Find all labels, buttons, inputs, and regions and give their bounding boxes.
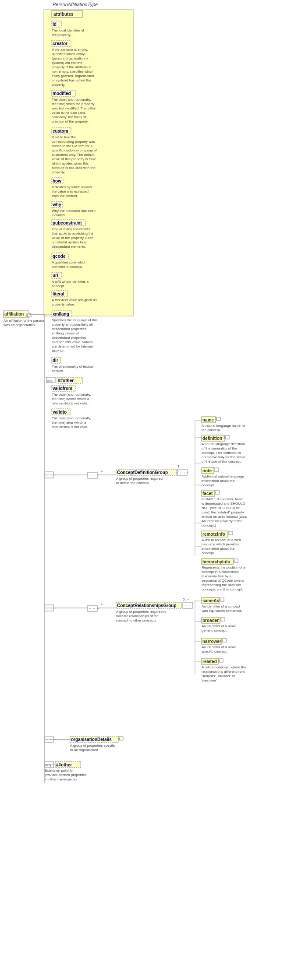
svg-text:added to the G2 item for a: added to the G2 item for a	[52, 144, 92, 148]
svg-text:related: related	[202, 659, 217, 664]
svg-text:is deprecated and SHOULD: is deprecated and SHOULD	[202, 502, 245, 506]
svg-text:PersonAffiliationType: PersonAffiliationType	[53, 2, 98, 7]
svg-text:→→→: →→→	[88, 606, 100, 611]
svg-text:Represents the position of a: Represents the position of a	[202, 566, 245, 569]
svg-text:of the semantics of the: of the semantics of the	[202, 446, 237, 450]
svg-text:A neural language definition: A neural language definition	[202, 442, 245, 446]
svg-text:value is the date (and,: value is the date (and,	[52, 111, 86, 115]
svg-text:A qualified code which: A qualified code which	[52, 260, 86, 264]
svg-text:If set to true the: If set to true the	[52, 135, 76, 139]
svg-text:ConceptRelationshipsGroup: ConceptRelationshipsGroup	[117, 603, 177, 608]
svg-text:pubconstraint: pubconstraint	[53, 221, 82, 225]
svg-text:A related concept, where the: A related concept, where the	[202, 665, 246, 669]
svg-text:of the use of this concept.: of the use of this concept.	[202, 460, 241, 464]
svg-text:dir: dir	[53, 358, 58, 363]
svg-text:the value was extracted: the value was extracted	[52, 190, 89, 193]
svg-text:An identifier of a concept: An identifier of a concept	[202, 604, 241, 608]
svg-text:If the attribute is empty,: If the attribute is empty,	[52, 48, 88, 52]
svg-text:the time) after which a: the time) after which a	[52, 421, 86, 425]
svg-text:generic concept.: generic concept.	[202, 629, 227, 632]
svg-text:broader: broader	[202, 618, 219, 623]
svg-text:A group of properties required: A group of properties required	[116, 477, 163, 481]
svg-text:specific customer or group of: specific customer or group of	[52, 148, 97, 152]
svg-text:organisationDetails: organisationDetails	[71, 737, 112, 742]
svg-text:name: name	[202, 418, 214, 422]
svg-text:identifies a concept.: identifies a concept.	[52, 265, 83, 269]
svg-text:optionally, the time) of: optionally, the time) of	[52, 115, 86, 119]
svg-text:affiliation: affiliation	[4, 312, 24, 316]
svg-text:literal: literal	[53, 292, 64, 296]
svg-text:concept to other concepts: concept to other concepts	[116, 618, 156, 622]
svg-text:validfrom: validfrom	[53, 386, 72, 391]
svg-text:property.: property.	[52, 83, 65, 87]
svg-text:1: 1	[177, 464, 180, 468]
svg-text:the time) when the property: the time) when the property	[52, 102, 94, 106]
svg-text:attributes: attributes	[53, 12, 74, 17]
svg-text:Indicates by which means: Indicates by which means	[52, 185, 92, 189]
svg-text:in other namespaces: in other namespaces	[45, 777, 77, 781]
svg-text:resource which provides: resource which provides	[202, 542, 239, 546]
svg-text:content.: content.	[52, 369, 64, 373]
svg-text:One or many constraints: One or many constraints	[52, 227, 90, 231]
svg-text:A group of properties specific: A group of properties specific	[70, 744, 115, 748]
svg-text:to define the concept: to define the concept	[116, 481, 149, 485]
svg-text:note: note	[202, 468, 212, 473]
svg-text:attribute is not used with the: attribute is not used with the	[52, 166, 96, 170]
svg-text:why: why	[52, 202, 61, 207]
svg-text:BCP 47.: BCP 47.	[52, 349, 65, 353]
svg-text:to an organisation: to an organisation	[70, 748, 98, 752]
svg-text:property and potentially all: property and potentially all	[52, 323, 93, 327]
svg-text:should be used instead (was:: should be used instead (was:	[202, 515, 247, 519]
svg-text:sequence of QCode tokens: sequence of QCode tokens	[202, 579, 244, 583]
svg-text:In NAR 1.8 and later, facet: In NAR 1.8 and later, facet	[202, 497, 243, 501]
svg-text:Additional natural language: Additional natural language	[202, 474, 245, 478]
svg-text:descendant properties: descendant properties	[52, 336, 86, 340]
svg-text:A URI which identifies a: A URI which identifies a	[52, 280, 89, 284]
svg-text:→→: →→	[183, 604, 191, 608]
svg-text:The date (and, optionally,: The date (and, optionally,	[52, 416, 91, 420]
svg-text:uri: uri	[53, 273, 58, 278]
svg-text:Why the metadata has been: Why the metadata has been	[52, 209, 96, 213]
svg-text:modified: modified	[53, 91, 71, 96]
svg-text:xmllang: xmllang	[53, 312, 69, 316]
svg-text:concept. This definition is: concept. This definition is	[202, 451, 241, 455]
svg-text:system) will edit the: system) will edit the	[52, 61, 82, 65]
svg-text:custom: custom	[53, 129, 68, 133]
svg-text:specific concept.: specific concept.	[202, 650, 227, 653]
svg-text:Extension point for: Extension point for	[45, 769, 74, 773]
svg-text:was last modified. The initial: was last modified. The initial	[51, 106, 96, 110]
svg-text:relationship is not valid.: relationship is not valid.	[52, 425, 88, 429]
svg-text:descendant properties.: descendant properties.	[52, 327, 87, 331]
svg-text:xmllang values of: xmllang values of	[52, 331, 79, 335]
svg-text:the time) before which a: the time) before which a	[52, 397, 89, 401]
svg-text:(person, organisation or: (person, organisation or	[52, 56, 89, 60]
svg-text:→→: →→	[178, 471, 186, 475]
svg-text:##other: ##other	[56, 762, 72, 767]
svg-text:or system) has edited the: or system) has edited the	[52, 78, 91, 82]
svg-text:concept.: concept.	[52, 284, 65, 288]
svg-text:→→→: →→→	[88, 474, 100, 478]
svg-text:creator: creator	[53, 41, 67, 46]
svg-text:A group of properties required: A group of properties required to	[116, 610, 167, 614]
svg-text:corresponding property was: corresponding property was	[52, 140, 95, 144]
svg-text:NOT (see RFC 2119) be: NOT (see RFC 2119) be	[202, 506, 240, 510]
svg-text:information about the: information about the	[202, 479, 235, 483]
svg-text:A natural language name for: A natural language name for	[202, 424, 246, 428]
svg-text:specifies which entity: specifies which entity	[52, 52, 85, 56]
svg-text:the concept.: the concept.	[202, 428, 221, 432]
svg-text:A free-text value assigned as: A free-text value assigned as	[52, 298, 97, 302]
svg-text:The date (and, optionally,: The date (and, optionally,	[52, 393, 91, 397]
svg-text:relationship is not valid.: relationship is not valid.	[52, 401, 88, 405]
svg-text:property.: property.	[52, 170, 65, 174]
svg-text:1: 1	[101, 469, 103, 473]
svg-text:##other: ##other	[58, 378, 74, 383]
svg-text:are determined by Internet: are determined by Internet	[52, 344, 93, 348]
svg-text:override this value. Values: override this value. Values	[52, 340, 92, 344]
svg-text:with equivalent semantics.: with equivalent semantics.	[201, 609, 242, 613]
svg-text:from the content.: from the content.	[52, 194, 78, 198]
svg-text:narrower: narrower	[202, 639, 221, 644]
svg-text:ConceptDefinitionGroup: ConceptDefinitionGroup	[117, 470, 168, 475]
svg-text:value of this property is fals: value of this property is false	[52, 157, 96, 161]
svg-text:normative only for the scope: normative only for the scope	[202, 455, 246, 459]
svg-text:id: id	[53, 22, 57, 27]
